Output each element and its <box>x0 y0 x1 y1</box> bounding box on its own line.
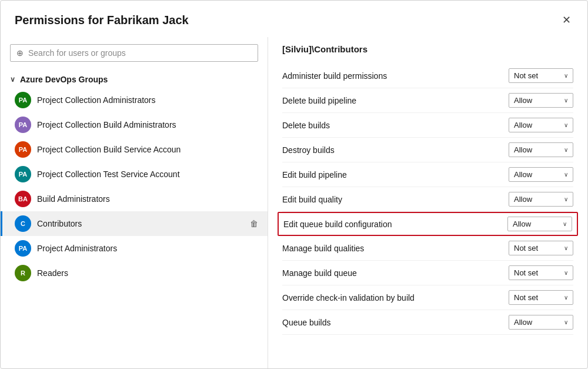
chevron-down-icon: ∨ <box>563 221 567 227</box>
permission-row-delete-builds: Delete builds Allow ∨ <box>282 113 573 138</box>
permission-row-edit-queue-build: Edit queue build configuration Allow ∨ <box>278 212 578 236</box>
chevron-down-icon: ∨ <box>564 196 568 202</box>
avatar: R <box>15 265 31 281</box>
modal-title: Permissions for Fabrikam Jack <box>15 14 189 27</box>
select-value: Allow <box>514 121 532 129</box>
permission-label: Administer build permissions <box>282 71 387 81</box>
permission-select-edit-queue-build[interactable]: Allow ∨ <box>507 217 572 231</box>
avatar: PA <box>15 141 31 158</box>
permission-row-queue-builds: Queue builds Allow ∨ <box>282 310 573 335</box>
permission-label: Edit build pipeline <box>282 170 347 179</box>
right-panel-title: [Silviu]\Contributors <box>282 44 573 56</box>
group-name: Readers <box>37 268 258 278</box>
group-name: Project Collection Administrators <box>37 95 258 105</box>
select-value: Allow <box>514 170 532 179</box>
select-value: Allow <box>514 145 532 154</box>
chevron-down-icon: ∨ <box>564 319 568 325</box>
permission-select-queue-builds[interactable]: Allow ∨ <box>509 315 573 330</box>
permission-row-edit-build-pipeline: Edit build pipeline Allow ∨ <box>282 162 573 187</box>
permission-label: Delete build pipeline <box>282 96 356 105</box>
permission-row-override-checkin: Override check-in validation by build No… <box>282 285 573 310</box>
search-icon: ⊕ <box>16 48 24 58</box>
right-panel: [Silviu]\Contributors Administer build p… <box>268 37 587 368</box>
permission-row-destroy-builds: Destroy builds Allow ∨ <box>282 138 573 162</box>
search-placeholder: Search for users or groups <box>28 48 126 58</box>
select-value: Allow <box>514 96 532 105</box>
chevron-down-icon: ∨ <box>564 72 568 79</box>
list-item-contributors[interactable]: C Contributors 🗑 <box>1 211 268 236</box>
chevron-down-icon: ∨ <box>564 147 568 153</box>
list-item[interactable]: PA Project Collection Administrators <box>1 88 268 112</box>
group-name: Project Collection Build Administrators <box>37 120 258 129</box>
permission-row-manage-build-qualities: Manage build qualities Not set ∨ <box>282 236 573 261</box>
chevron-down-icon: ∨ <box>564 245 568 251</box>
avatar: BA <box>15 191 31 207</box>
permission-row-delete-pipeline: Delete build pipeline Allow ∨ <box>282 88 573 113</box>
permission-row-manage-build-queue: Manage build queue Not set ∨ <box>282 261 573 285</box>
group-name: Project Collection Build Service Accoun <box>37 145 258 154</box>
list-item[interactable]: BA Build Administrators <box>1 187 268 211</box>
modal-header: Permissions for Fabrikam Jack ✕ <box>1 1 587 37</box>
permission-select-manage-build-qualities[interactable]: Not set ∨ <box>509 241 573 255</box>
chevron-down-icon: ∨ <box>564 122 568 128</box>
permission-label: Queue builds <box>282 318 331 327</box>
avatar: PA <box>15 240 31 257</box>
chevron-down-icon: ∨ <box>564 294 568 301</box>
close-button[interactable]: ✕ <box>560 12 573 28</box>
select-value: Allow <box>514 318 532 327</box>
delete-icon[interactable]: 🗑 <box>250 219 258 228</box>
permission-label: Override check-in validation by build <box>282 293 415 302</box>
group-name: Build Administrators <box>37 194 258 204</box>
avatar: PA <box>15 92 31 108</box>
group-name: Project Administrators <box>37 244 258 253</box>
group-section-label: Azure DevOps Groups <box>20 75 108 84</box>
select-value: Not set <box>514 268 538 277</box>
left-panel: ⊕ Search for users or groups ∨ Azure Dev… <box>1 37 268 368</box>
chevron-down-icon: ∨ <box>564 97 568 104</box>
select-value: Not set <box>514 244 538 252</box>
list-item[interactable]: PA Project Collection Build Service Acco… <box>1 137 268 162</box>
permission-label: Edit queue build configuration <box>283 220 392 229</box>
search-box[interactable]: ⊕ Search for users or groups <box>10 44 258 62</box>
permission-select-destroy-builds[interactable]: Allow ∨ <box>509 142 573 157</box>
modal-body: ⊕ Search for users or groups ∨ Azure Dev… <box>1 37 587 368</box>
select-value: Not set <box>514 71 538 80</box>
permission-row-administer: Administer build permissions Not set ∨ <box>282 64 573 88</box>
permission-label: Delete builds <box>282 121 330 130</box>
permission-select-edit-build-pipeline[interactable]: Allow ∨ <box>509 167 573 182</box>
list-item[interactable]: R Readers <box>1 261 268 285</box>
permission-select-delete-builds[interactable]: Allow ∨ <box>509 118 573 132</box>
chevron-down-icon: ∨ <box>564 171 568 178</box>
permission-row-edit-build-quality: Edit build quality Allow ∨ <box>282 187 573 212</box>
select-value: Allow <box>513 220 531 228</box>
permission-select-manage-build-queue[interactable]: Not set ∨ <box>509 265 573 280</box>
permission-label: Manage build qualities <box>282 244 364 253</box>
permission-label: Destroy builds <box>282 145 335 155</box>
list-item[interactable]: PA Project Collection Build Administrato… <box>1 112 268 137</box>
group-section-header[interactable]: ∨ Azure DevOps Groups <box>1 71 268 88</box>
avatar: C <box>15 215 31 232</box>
list-item[interactable]: PA Project Collection Test Service Accou… <box>1 162 268 187</box>
permission-select-edit-build-quality[interactable]: Allow ∨ <box>509 192 573 207</box>
chevron-down-icon: ∨ <box>10 75 15 84</box>
list-item[interactable]: PA Project Administrators <box>1 236 268 261</box>
permission-label: Edit build quality <box>282 195 342 204</box>
group-name: Project Collection Test Service Account <box>37 169 258 179</box>
permission-label: Manage build queue <box>282 268 357 278</box>
permission-select-override-checkin[interactable]: Not set ∨ <box>509 290 573 305</box>
avatar: PA <box>15 117 31 133</box>
permissions-modal: Permissions for Fabrikam Jack ✕ ⊕ Search… <box>0 0 588 369</box>
select-value: Allow <box>514 195 532 204</box>
permission-select-delete-pipeline[interactable]: Allow ∨ <box>509 93 573 108</box>
avatar: PA <box>15 166 31 182</box>
group-list: PA Project Collection Administrators PA … <box>1 88 268 285</box>
chevron-down-icon: ∨ <box>564 270 568 276</box>
permission-select-administer[interactable]: Not set ∨ <box>509 68 573 83</box>
group-name: Contributors <box>37 219 244 228</box>
select-value: Not set <box>514 293 538 302</box>
